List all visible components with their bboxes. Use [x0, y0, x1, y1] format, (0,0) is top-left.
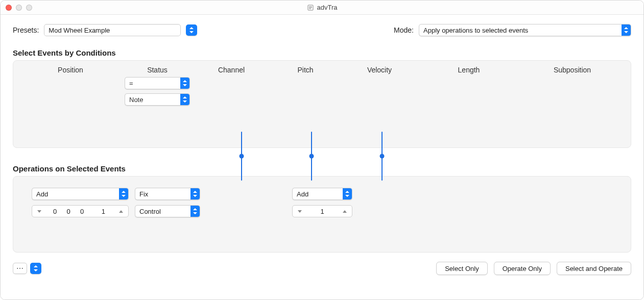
updown-icon: [624, 27, 628, 33]
status-value-select[interactable]: Note: [125, 93, 190, 106]
linkage-bars: [13, 143, 631, 166]
op-position-stepper-value: 0 0 0 1: [46, 208, 114, 215]
traffic-lights: [1, 5, 32, 11]
presets-value: Mod Wheel Example: [49, 27, 110, 34]
link-handle-velocity[interactable]: [381, 132, 383, 181]
drag-handle-icon: [380, 154, 385, 159]
select-only-label: Select Only: [445, 265, 479, 272]
updown-icon: [193, 208, 197, 214]
column-header-subposition: Subposition: [520, 66, 625, 74]
op-position-value: Add: [32, 190, 119, 198]
op-pitch-stepper-value: 1: [307, 208, 338, 215]
stepper-increment[interactable]: [114, 206, 128, 217]
updown-icon: [183, 96, 187, 103]
updown-icon: [345, 191, 349, 197]
operations-section: Add Fix Add 0 0: [13, 176, 631, 253]
conditions-section: Position Status Channel Pitch Velocity L…: [13, 60, 631, 148]
operate-only-button[interactable]: Operate Only: [494, 262, 551, 275]
select-endcap: [343, 188, 352, 199]
updown-icon: [34, 265, 38, 271]
select-endcap: [190, 188, 200, 199]
stepper-decrement[interactable]: [293, 206, 307, 217]
zoom-window-button[interactable]: [26, 5, 32, 11]
drag-handle-icon: [309, 154, 314, 159]
mode-label: Mode:: [394, 26, 414, 34]
presets-menu-button[interactable]: [186, 24, 197, 36]
footer: ⋯ Select Only Operate Only Select and Op…: [13, 262, 631, 275]
chevron-up-icon: [119, 210, 123, 213]
stepper-decrement[interactable]: [32, 206, 46, 217]
op-status-value-label: Control: [135, 208, 190, 215]
operations-row-2: 0 0 0 1 Control 1: [32, 205, 625, 217]
close-window-button[interactable]: [6, 5, 12, 11]
status-value-value: Note: [125, 96, 180, 104]
select-and-operate-button[interactable]: Select and Operate: [557, 262, 631, 275]
column-header-status: Status: [122, 66, 193, 74]
mode-select-endcap: [622, 24, 631, 36]
op-status-value: Fix: [135, 190, 190, 198]
column-header-pitch: Pitch: [270, 66, 341, 74]
chevron-down-icon: [37, 210, 41, 213]
titlebar: advTra: [1, 1, 643, 15]
op-status-select[interactable]: Fix: [135, 188, 200, 200]
window-title-text: advTra: [317, 4, 338, 11]
status-operator-select[interactable]: =: [125, 77, 190, 89]
ellipsis-icon: ⋯: [16, 264, 23, 272]
window-title: advTra: [307, 4, 338, 11]
presets-label: Presets:: [13, 26, 39, 34]
conditions-section-title: Select Events by Conditions: [13, 48, 631, 57]
mode-select[interactable]: Apply operations to selected events: [419, 24, 631, 36]
drag-handle-icon: [240, 154, 244, 159]
op-position-stepper[interactable]: 0 0 0 1: [32, 205, 129, 217]
select-endcap: [180, 94, 189, 105]
body: Presets: Mod Wheel Example Mode: Apply o…: [1, 15, 643, 299]
link-handle-pitch[interactable]: [311, 132, 312, 181]
more-actions-menu-button[interactable]: [30, 263, 41, 274]
document-icon: [307, 4, 314, 11]
link-handle-channel[interactable]: [241, 132, 242, 181]
mode-value: Apply operations to selected events: [419, 27, 622, 34]
operate-only-label: Operate Only: [503, 265, 542, 272]
operations-row-1: Add Fix Add: [32, 188, 625, 200]
select-endcap: [180, 78, 189, 89]
op-position-select[interactable]: Add: [32, 188, 129, 200]
column-header-channel: Channel: [193, 66, 270, 74]
updown-icon: [193, 191, 197, 197]
select-only-button[interactable]: Select Only: [436, 262, 487, 275]
status-operator-value: =: [125, 80, 180, 87]
minimize-window-button[interactable]: [16, 5, 22, 11]
select-endcap: [190, 206, 200, 217]
updown-icon: [189, 27, 194, 33]
select-and-operate-label: Select and Operate: [565, 265, 623, 272]
window: advTra Presets: Mod Wheel Example Mode: …: [0, 0, 644, 300]
column-header-position: Position: [19, 66, 122, 74]
conditions-columns-header: Position Status Channel Pitch Velocity L…: [19, 66, 625, 74]
mode-group: Mode: Apply operations to selected event…: [394, 24, 631, 36]
column-header-length: Length: [418, 66, 520, 74]
presets-input[interactable]: Mod Wheel Example: [44, 24, 181, 36]
op-pitch-value: Add: [293, 190, 343, 198]
stepper-increment[interactable]: [338, 206, 352, 217]
top-row: Presets: Mod Wheel Example Mode: Apply o…: [13, 24, 631, 36]
more-actions-button[interactable]: ⋯: [13, 263, 27, 274]
presets-group: Presets: Mod Wheel Example: [13, 24, 197, 36]
op-pitch-select[interactable]: Add: [292, 188, 352, 200]
select-endcap: [119, 188, 128, 199]
updown-icon: [183, 80, 187, 86]
op-status-value-select[interactable]: Control: [135, 205, 200, 217]
updown-icon: [122, 191, 126, 197]
column-header-velocity: Velocity: [341, 66, 418, 74]
chevron-up-icon: [343, 210, 347, 213]
chevron-down-icon: [298, 210, 302, 213]
op-pitch-stepper[interactable]: 1: [292, 205, 352, 217]
